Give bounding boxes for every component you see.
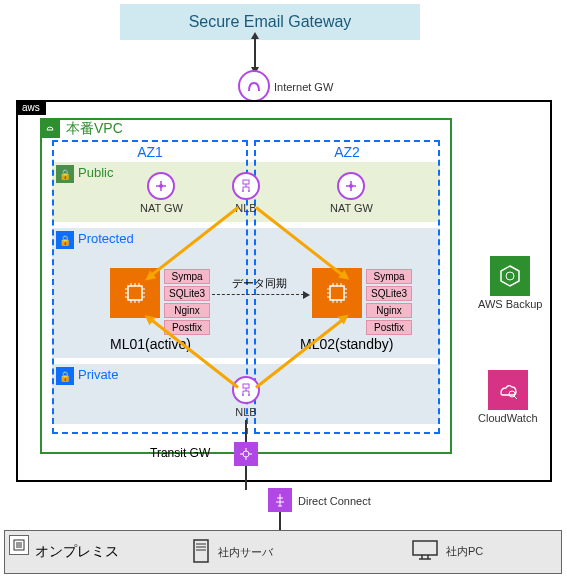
aws-badge: aws — [16, 100, 46, 115]
sw-item: Postfix — [366, 320, 412, 335]
svg-point-12 — [506, 272, 514, 280]
sw-item: Sympa — [366, 269, 412, 284]
svg-point-9 — [248, 394, 250, 396]
onprem-icon — [9, 535, 29, 555]
cloudwatch-label: CloudWatch — [478, 412, 538, 424]
svg-point-10 — [243, 451, 249, 457]
onprem-pc: 社内PC — [410, 538, 483, 562]
svg-rect-6 — [330, 286, 344, 300]
cloudwatch-icon — [488, 370, 528, 410]
svg-point-2 — [242, 190, 244, 192]
svg-point-0 — [159, 184, 163, 188]
dx-icon — [268, 488, 292, 512]
sw-item: SQLite3 — [366, 286, 412, 301]
nlb-bottom: NLB — [232, 376, 260, 418]
nat-gw-az2: NAT GW — [330, 172, 373, 214]
nat-label: NAT GW — [330, 202, 373, 214]
onprem-title: オンプレミス — [35, 543, 119, 561]
svg-point-4 — [349, 184, 353, 188]
svg-rect-5 — [128, 286, 142, 300]
pc-icon — [410, 538, 440, 562]
dx-label: Direct Connect — [298, 495, 371, 507]
nat-icon — [337, 172, 365, 200]
internet-gateway: Internet GW — [238, 70, 333, 102]
aws-backup: AWS Backup — [478, 256, 542, 310]
connector-dx-onprem — [279, 512, 281, 530]
vpc-icon — [40, 118, 60, 138]
tgw-icon — [234, 442, 258, 466]
nlb-label: NLB — [235, 406, 256, 418]
public-label: Public — [78, 165, 113, 180]
connector-nlb-tgw — [245, 420, 247, 442]
svg-point-8 — [242, 394, 244, 396]
secure-email-gateway: Secure Email Gateway — [120, 4, 420, 40]
ml01-software: Sympa SQLite3 Nginx Postfix — [164, 268, 210, 336]
svg-rect-16 — [413, 541, 437, 555]
nat-label: NAT GW — [140, 202, 183, 214]
igw-label: Internet GW — [274, 81, 333, 93]
server-icon — [190, 538, 212, 564]
pc-label: 社内PC — [446, 544, 483, 559]
data-sync-label: データ同期 — [232, 276, 287, 291]
connector-tgw-dx — [245, 466, 247, 490]
sw-item: SQLite3 — [164, 286, 210, 301]
cloudwatch: CloudWatch — [478, 370, 538, 424]
nlb-icon — [232, 376, 260, 404]
data-sync-arrow — [212, 294, 304, 295]
backup-label: AWS Backup — [478, 298, 542, 310]
protected-badge-icon: 🔒 — [56, 231, 74, 249]
private-badge-icon: 🔒 — [56, 367, 74, 385]
sw-item: Nginx — [366, 303, 412, 318]
svg-point-3 — [248, 190, 250, 192]
igw-icon — [238, 70, 270, 102]
az1-title: AZ1 — [137, 144, 163, 160]
onprem-server: 社内サーバ — [190, 538, 273, 564]
transit-gw — [234, 442, 258, 466]
ml02-instance: Sympa SQLite3 Nginx Postfix — [312, 268, 412, 336]
protected-label: Protected — [78, 231, 134, 246]
svg-rect-15 — [194, 540, 208, 562]
tgw-label: Transit GW — [150, 446, 210, 460]
svg-rect-7 — [243, 384, 249, 388]
ml02-software: Sympa SQLite3 Nginx Postfix — [366, 268, 412, 336]
sw-item: Nginx — [164, 303, 210, 318]
nlb-icon — [232, 172, 260, 200]
connector-seg-igw — [254, 38, 256, 68]
backup-icon — [490, 256, 530, 296]
svg-marker-11 — [501, 266, 519, 286]
ec2-icon — [312, 268, 362, 318]
nat-icon — [147, 172, 175, 200]
svg-rect-1 — [243, 180, 249, 184]
direct-connect: Direct Connect — [268, 488, 371, 512]
az2-title: AZ2 — [334, 144, 360, 160]
public-badge-icon: 🔒 — [56, 165, 74, 183]
sw-item: Sympa — [164, 269, 210, 284]
vpc-title: 本番VPC — [66, 120, 123, 138]
server-label: 社内サーバ — [218, 545, 273, 560]
private-label: Private — [78, 367, 118, 382]
nat-gw-az1: NAT GW — [140, 172, 183, 214]
